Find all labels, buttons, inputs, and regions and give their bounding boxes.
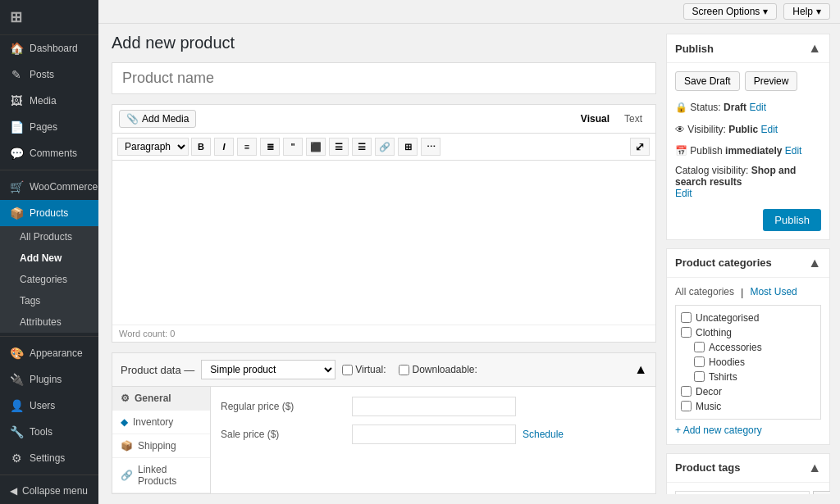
add-media-btn[interactable]: 📎 Add Media bbox=[119, 110, 196, 128]
preview-btn[interactable]: Preview bbox=[745, 71, 798, 91]
add-media-icon: 📎 bbox=[126, 113, 139, 125]
align-left-btn[interactable]: ⬛ bbox=[306, 138, 326, 156]
topbar: Screen Options ▾ Help ▾ bbox=[98, 0, 840, 24]
cat-check-tshirts[interactable] bbox=[694, 371, 705, 382]
cat-check-uncategorised[interactable] bbox=[681, 312, 692, 323]
italic-btn[interactable]: I bbox=[214, 138, 234, 156]
ordered-list-btn[interactable]: ≣ bbox=[260, 138, 280, 156]
link-btn[interactable]: 🔗 bbox=[375, 138, 395, 156]
product-name-input[interactable] bbox=[112, 62, 656, 94]
sidebar-item-appearance[interactable]: 🎨 Appearance bbox=[0, 340, 98, 366]
settings-icon: ⚙ bbox=[10, 452, 23, 465]
fullscreen-btn[interactable]: ⤢ bbox=[630, 138, 650, 156]
bold-btn[interactable]: B bbox=[191, 138, 211, 156]
help-btn[interactable]: Help ▾ bbox=[783, 3, 830, 20]
sidebar-brand: ⊞ bbox=[0, 0, 98, 35]
product-data-header: Product data — Simple product Grouped pr… bbox=[112, 353, 655, 387]
blockquote-btn[interactable]: " bbox=[283, 138, 303, 156]
sidebar-item-plugins[interactable]: 🔌 Plugins bbox=[0, 366, 98, 393]
product-type-select[interactable]: Simple product Grouped product External/… bbox=[201, 360, 336, 379]
publish-toggle[interactable]: ▲ bbox=[808, 41, 821, 56]
submenu-attributes[interactable]: Attributes bbox=[0, 311, 98, 333]
catalog-edit-link[interactable]: Edit bbox=[675, 188, 821, 199]
tags-metabox-header: Product tags ▲ bbox=[667, 454, 829, 483]
sidebar-item-label: Media bbox=[30, 95, 57, 107]
virtual-checkbox[interactable] bbox=[342, 365, 353, 375]
editor-body[interactable] bbox=[112, 161, 655, 325]
align-right-btn[interactable]: ☰ bbox=[352, 138, 372, 156]
cat-tab-most-used[interactable]: Most Used bbox=[750, 286, 797, 298]
tag-input[interactable] bbox=[675, 491, 810, 494]
sidebar-item-dashboard[interactable]: 🏠 Dashboard bbox=[0, 35, 98, 61]
align-center-btn[interactable]: ☰ bbox=[329, 138, 349, 156]
screen-options-btn[interactable]: Screen Options ▾ bbox=[683, 3, 778, 20]
more-btn[interactable]: ⋯ bbox=[421, 138, 441, 156]
product-data-collapse-btn[interactable]: ▲ bbox=[634, 362, 647, 377]
categories-toggle[interactable]: ▲ bbox=[808, 256, 821, 270]
publish-btn[interactable]: Publish bbox=[763, 209, 821, 231]
cat-check-hoodies[interactable] bbox=[694, 356, 705, 367]
sidebar-item-tools[interactable]: 🔧 Tools bbox=[0, 419, 98, 445]
cat-item-clothing: Clothing bbox=[681, 325, 815, 340]
page-title: Add new product bbox=[112, 34, 656, 52]
pd-tab-shipping[interactable]: 📦 Shipping bbox=[112, 434, 210, 458]
cat-check-decor[interactable] bbox=[681, 386, 692, 397]
status-edit-link[interactable]: Edit bbox=[749, 102, 766, 113]
sidebar-item-media[interactable]: 🖼 Media bbox=[0, 88, 98, 114]
collapse-menu-btn[interactable]: ◀ Collapse menu bbox=[0, 479, 98, 503]
cat-check-accessories[interactable] bbox=[694, 342, 705, 352]
tab-text[interactable]: Text bbox=[618, 111, 649, 126]
regular-price-input[interactable] bbox=[352, 397, 516, 416]
sidebar-item-woocommerce[interactable]: 🛒 WooCommerce bbox=[0, 174, 98, 200]
cat-check-clothing[interactable] bbox=[681, 327, 692, 338]
content-area: Add new product 📎 Add Media Visual Text bbox=[98, 24, 840, 504]
sidebar-item-posts[interactable]: ✎ Posts bbox=[0, 61, 98, 88]
schedule-link[interactable]: Schedule bbox=[523, 429, 564, 440]
save-draft-btn[interactable]: Save Draft bbox=[675, 71, 740, 91]
sidebar-item-label: WooCommerce bbox=[30, 181, 98, 193]
pd-tab-inventory[interactable]: ◆ Inventory bbox=[112, 411, 210, 434]
categories-metabox-body: All categories | Most Used Uncategorised… bbox=[667, 278, 829, 444]
paragraph-select[interactable]: Paragraph bbox=[117, 138, 189, 156]
sale-price-input[interactable] bbox=[352, 425, 516, 444]
tags-toggle[interactable]: ▲ bbox=[808, 461, 821, 475]
submenu-tags[interactable]: Tags bbox=[0, 290, 98, 311]
publish-time-edit-link[interactable]: Edit bbox=[785, 145, 802, 157]
products-submenu: All Products Add New Categories Tags Att… bbox=[0, 226, 98, 333]
downloadable-checkbox[interactable] bbox=[399, 365, 409, 375]
tab-visual[interactable]: Visual bbox=[574, 111, 616, 126]
sidebar-item-products[interactable]: 📦 Products bbox=[0, 200, 98, 226]
categories-metabox-header: Product categories ▲ bbox=[667, 249, 829, 278]
submenu-all-products[interactable]: All Products bbox=[0, 226, 98, 247]
submenu-categories[interactable]: Categories bbox=[0, 269, 98, 290]
sidebar-item-pages[interactable]: 📄 Pages bbox=[0, 114, 98, 140]
sidebar-item-users[interactable]: 👤 Users bbox=[0, 393, 98, 419]
submenu-add-new[interactable]: Add New bbox=[0, 247, 98, 269]
cat-item-hoodies: Hoodies bbox=[681, 355, 815, 370]
downloadable-checkbox-label[interactable]: Downloadable: bbox=[399, 364, 477, 375]
sidebar-divider-2 bbox=[0, 336, 98, 337]
product-data-label: Product data — bbox=[121, 364, 194, 376]
sidebar-item-label: Posts bbox=[30, 69, 54, 80]
catalog-visibility: Catalog visibility: Shop and search resu… bbox=[675, 165, 821, 199]
sidebar-item-settings[interactable]: ⚙ Settings bbox=[0, 445, 98, 471]
sidebar-item-label: Users bbox=[30, 400, 55, 411]
add-tag-btn[interactable]: Add bbox=[813, 491, 830, 494]
tools-icon: 🔧 bbox=[10, 425, 23, 438]
visibility-edit-link[interactable]: Edit bbox=[761, 124, 778, 135]
cat-check-music[interactable] bbox=[681, 401, 692, 411]
unordered-list-btn[interactable]: ≡ bbox=[237, 138, 257, 156]
plugins-icon: 🔌 bbox=[10, 373, 23, 386]
general-icon: ⚙ bbox=[121, 393, 130, 404]
virtual-checkbox-label[interactable]: Virtual: bbox=[342, 364, 386, 375]
product-data-tabs: ⚙ General ◆ Inventory 📦 Shipping 🔗 bbox=[112, 387, 211, 493]
editor-toolbar-top: 📎 Add Media Visual Text bbox=[112, 105, 655, 134]
sidebar-item-comments[interactable]: 💬 Comments bbox=[0, 140, 98, 166]
cat-item-decor: Decor bbox=[681, 384, 815, 399]
table-btn[interactable]: ⊞ bbox=[398, 138, 418, 156]
cat-tab-all[interactable]: All categories bbox=[675, 286, 734, 298]
users-icon: 👤 bbox=[10, 399, 23, 412]
pd-tab-linked-products[interactable]: 🔗 Linked Products bbox=[112, 458, 210, 493]
add-new-category-link[interactable]: + Add new category bbox=[675, 425, 821, 436]
pd-tab-general[interactable]: ⚙ General bbox=[112, 387, 210, 411]
